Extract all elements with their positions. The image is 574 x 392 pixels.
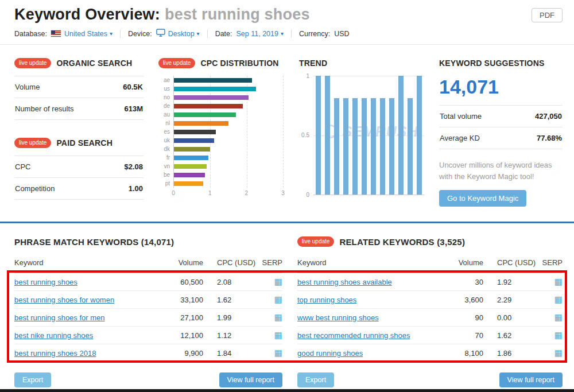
cpc-distribution-chart: aeusnodeaunlesukdkfrvnbept: [158, 76, 283, 188]
trend-column: TREND 1 0.5 0 SEMRUSH: [299, 54, 424, 207]
live-update-badge: live update: [14, 138, 51, 148]
database-dropdown[interactable]: United States▾: [64, 30, 113, 38]
serp-icon[interactable]: ▦: [554, 312, 563, 322]
column-header-keyword: Keyword: [14, 255, 162, 273]
cpc-bar: [174, 112, 236, 117]
keyword-link[interactable]: best recommended running shoes: [297, 331, 410, 340]
metric-row: CPC$2.08: [14, 156, 144, 177]
cpc-distribution-title: CPC DISTRIBUTION: [200, 59, 278, 68]
table-row: best running shoes 20189,9001.84▦: [14, 344, 282, 362]
cpc-bar: [174, 181, 203, 186]
page-title-label: Keyword Overview:: [14, 6, 160, 23]
serp-icon[interactable]: ▦: [554, 294, 563, 304]
page-title-keyword: best running shoes: [165, 6, 310, 23]
cpc-axis-tick: 1: [208, 190, 212, 196]
volume-cell: 27,100: [162, 309, 203, 327]
filter-bar: Database: United States▾ Device: Desktop…: [0, 24, 574, 44]
serp-icon[interactable]: ▦: [274, 348, 282, 358]
keyword-link[interactable]: best running shoes 2018: [14, 349, 96, 358]
us-flag-icon: [51, 30, 61, 37]
serp-icon[interactable]: ▦: [274, 277, 282, 286]
keyword-link[interactable]: www best running shoes: [297, 313, 379, 322]
live-update-badge: live update: [158, 58, 195, 68]
cpc-cell: 1.92: [483, 273, 536, 291]
metric-row: Average KD77.68%: [439, 127, 563, 149]
table-header-row: Keyword Volume CPC (USD) SERP: [14, 255, 282, 273]
metric-label: Average KD: [440, 134, 480, 142]
cpc-plot-area: [173, 76, 283, 188]
keyword-link[interactable]: best running shoes: [14, 278, 77, 286]
cpc-bar: [174, 130, 216, 134]
cpc-cell: 1.62: [203, 291, 256, 309]
keyword-link[interactable]: top running shoes: [297, 296, 356, 304]
column-header-cpc: CPC (USD): [203, 255, 256, 273]
keyword-magic-promo-text: Uncover millions of keyword ideas with t…: [439, 160, 563, 182]
column-header-serp: SERP: [536, 255, 563, 273]
table-row: top running shoes3,6002.29▦: [297, 291, 563, 309]
go-to-keyword-magic-button[interactable]: Go to Keyword Magic: [439, 190, 526, 207]
date-value: Sep 11, 2019: [236, 30, 278, 38]
filter-divider: [207, 29, 208, 38]
keyword-link[interactable]: best running shoes available: [297, 278, 392, 286]
page-header: Keyword Overview:best running shoes PDF: [0, 0, 574, 24]
serp-icon[interactable]: ▦: [554, 330, 563, 340]
cpc-bar: [174, 104, 243, 108]
trend-bar: [380, 98, 385, 195]
keywords-tables-section: PHRASE MATCH KEYWORDS (14,071) Keyword V…: [0, 223, 574, 387]
cpc-country-label: ae: [158, 76, 170, 84]
trend-bar: [316, 76, 321, 195]
serp-icon[interactable]: ▦: [554, 277, 563, 286]
trend-axis-tick: 1: [306, 73, 309, 79]
pdf-button[interactable]: PDF: [532, 8, 563, 22]
filter-divider: [120, 29, 121, 38]
keyword-link[interactable]: best running shoes for men: [14, 313, 105, 322]
metric-value: 613M: [124, 104, 143, 113]
phrase-match-actions: Export View full report: [14, 372, 282, 387]
keyword-link[interactable]: good running shoes: [297, 349, 363, 358]
trend-bar: [362, 98, 367, 195]
cpc-gridline: [283, 76, 284, 188]
trend-bar: [325, 76, 330, 195]
cpc-cell: 0.00: [483, 309, 536, 327]
related-keywords-actions: Export View full report: [297, 372, 563, 387]
metric-row: Volume60.5K: [14, 76, 144, 98]
serp-icon[interactable]: ▦: [274, 294, 282, 304]
serp-icon[interactable]: ▦: [274, 330, 282, 340]
cpc-cell: 1.86: [483, 344, 536, 362]
paid-search-title: PAID SEARCH: [56, 138, 113, 148]
search-metrics-column: live update ORGANIC SEARCH Volume60.5K N…: [14, 54, 144, 207]
column-header-volume: Volume: [162, 255, 203, 273]
related-keywords-header: live update RELATED KEYWORDS (3,525): [297, 236, 563, 247]
metric-label: Total volume: [440, 112, 482, 121]
metric-row: Number of results613M: [14, 98, 144, 119]
view-full-report-button[interactable]: View full report: [219, 372, 282, 387]
cpc-cell: 2.29: [483, 291, 536, 309]
serp-icon[interactable]: ▦: [554, 348, 563, 358]
cpc-country-label: vn: [158, 162, 170, 170]
serp-icon[interactable]: ▦: [274, 312, 282, 322]
device-dropdown[interactable]: Desktop▾: [168, 30, 200, 38]
view-full-report-button[interactable]: View full report: [499, 372, 563, 387]
cpc-cell: 1.62: [483, 327, 536, 344]
column-header-serp: SERP: [256, 255, 282, 273]
cpc-bar: [174, 173, 205, 177]
volume-cell: 90: [442, 309, 483, 327]
keyword-link[interactable]: best running shoes for women: [14, 296, 114, 304]
trend-title: TREND: [299, 59, 327, 68]
keyword-suggestions-count: 14,071: [439, 76, 563, 98]
trend-bar: [408, 98, 413, 195]
metric-value: 427,050: [535, 112, 562, 121]
cpc-country-label: de: [158, 102, 170, 110]
export-button[interactable]: Export: [297, 372, 334, 387]
trend-bar: [352, 98, 358, 195]
metric-label: Volume: [15, 83, 40, 91]
cpc-distribution-column: live update CPC DISTRIBUTION aeusnodeaun…: [158, 54, 283, 207]
keyword-link[interactable]: best nike running shoes: [14, 331, 93, 340]
date-dropdown[interactable]: Sep 11, 2019▾: [236, 30, 284, 38]
cpc-axis-tick: 2: [245, 190, 249, 196]
table-row: best running shoes available301.92▦: [297, 273, 563, 291]
cpc-cell: 1.99: [203, 309, 256, 327]
metric-row: Total volume427,050: [439, 105, 563, 127]
export-button[interactable]: Export: [14, 372, 51, 387]
cpc-country-label: pt: [158, 179, 170, 188]
